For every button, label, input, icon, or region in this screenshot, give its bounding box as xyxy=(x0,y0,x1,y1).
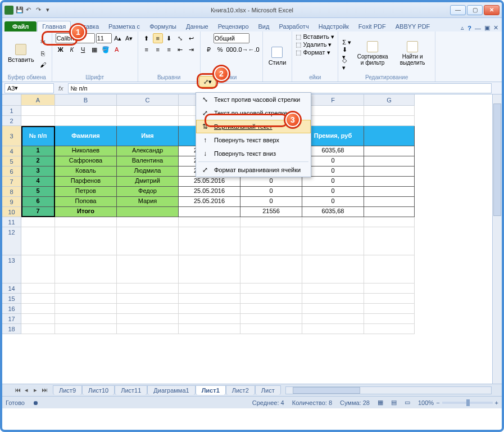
cell[interactable] xyxy=(364,146,415,156)
cell[interactable] xyxy=(179,284,240,294)
cell[interactable] xyxy=(240,324,302,334)
cell[interactable] xyxy=(179,217,240,227)
row-header-17[interactable]: 17 xyxy=(2,314,21,324)
orientation-up[interactable]: ↑Повернуть текст вверх xyxy=(196,133,311,147)
cell[interactable] xyxy=(21,255,55,284)
ribbon-min-icon[interactable]: ▵ xyxy=(461,24,464,32)
cell[interactable] xyxy=(240,314,302,324)
cell[interactable] xyxy=(21,304,55,314)
cell[interactable]: Имя xyxy=(117,126,179,146)
row-header-9[interactable]: 9 xyxy=(2,197,21,207)
row-header-6[interactable]: 6 xyxy=(2,166,21,177)
redo-icon[interactable]: ↷ xyxy=(36,6,44,14)
cell[interactable] xyxy=(21,106,55,116)
cell[interactable] xyxy=(55,284,117,294)
cell[interactable] xyxy=(240,304,302,314)
row-header-7[interactable]: 7 xyxy=(2,177,21,187)
sheet-tab[interactable]: Лист10 xyxy=(82,385,115,395)
cell[interactable]: Николаев xyxy=(55,146,117,156)
cell[interactable]: Премия, руб xyxy=(302,126,364,146)
underline-button[interactable]: Ч xyxy=(78,44,88,55)
copy-icon[interactable]: ⎘ xyxy=(38,48,48,58)
zoom-out-icon[interactable]: − xyxy=(436,399,439,406)
cell[interactable] xyxy=(179,255,240,284)
cell[interactable] xyxy=(302,294,364,304)
cell[interactable] xyxy=(55,294,117,304)
cell[interactable] xyxy=(21,116,55,126)
cell[interactable]: Валентина xyxy=(117,156,179,166)
tab-data[interactable]: Данные xyxy=(181,21,213,32)
cell[interactable]: 0 xyxy=(240,187,302,197)
cell[interactable] xyxy=(240,217,302,227)
cell[interactable]: 0 xyxy=(302,197,364,207)
view-layout-icon[interactable]: ▤ xyxy=(391,399,397,406)
col-header-A[interactable]: A xyxy=(21,94,55,106)
cell[interactable] xyxy=(240,227,302,255)
cell[interactable] xyxy=(364,187,415,197)
cell[interactable] xyxy=(302,314,364,324)
sheet-tab[interactable]: Лист9 xyxy=(53,385,82,395)
cell[interactable] xyxy=(55,304,117,314)
zoom-slider[interactable] xyxy=(442,402,493,404)
cell[interactable] xyxy=(364,255,415,284)
cell[interactable] xyxy=(55,106,117,116)
cell[interactable] xyxy=(21,294,55,304)
col-header-B[interactable]: B xyxy=(55,94,117,106)
cell[interactable]: Фамилия xyxy=(55,126,117,146)
align-center-icon[interactable]: ≡ xyxy=(153,44,163,55)
cell[interactable] xyxy=(21,314,55,324)
fx-icon[interactable]: fx xyxy=(54,85,68,92)
cell[interactable] xyxy=(364,207,415,217)
row-header-16[interactable]: 16 xyxy=(2,304,21,314)
horizontal-scrollbar[interactable] xyxy=(285,386,492,394)
increase-indent-icon[interactable]: ⇥ xyxy=(187,44,197,55)
format-button[interactable]: ⬚ Формат ▾ xyxy=(296,49,330,56)
cell[interactable] xyxy=(55,324,117,334)
help-icon[interactable]: ? xyxy=(467,25,471,32)
cell[interactable] xyxy=(21,284,55,294)
cell[interactable] xyxy=(302,227,364,255)
row-headers[interactable]: 123456789101112131415161718 xyxy=(2,106,21,334)
border-icon[interactable]: ▦ xyxy=(89,44,99,55)
sheet-tab[interactable]: Лист11 xyxy=(115,385,147,395)
cell[interactable] xyxy=(179,324,240,334)
cell[interactable] xyxy=(117,304,179,314)
close-button[interactable]: ✕ xyxy=(484,5,500,15)
align-middle-icon[interactable]: ≡ xyxy=(153,33,163,43)
cell[interactable]: 0 xyxy=(302,156,364,166)
font-color-icon[interactable]: A xyxy=(112,44,122,55)
cell[interactable]: 0 xyxy=(302,166,364,177)
scroll-thumb[interactable] xyxy=(493,104,501,216)
percent-icon[interactable]: % xyxy=(215,44,225,55)
maximize-button[interactable]: ▢ xyxy=(467,5,483,15)
cell[interactable] xyxy=(117,106,179,116)
cell[interactable]: 3 xyxy=(21,166,55,177)
italic-button[interactable]: К xyxy=(67,44,77,55)
cell[interactable] xyxy=(21,324,55,334)
tab-formulas[interactable]: Формулы xyxy=(145,21,181,32)
cell[interactable]: 0 xyxy=(302,187,364,197)
cell[interactable] xyxy=(55,116,117,126)
align-left-icon[interactable]: ≡ xyxy=(142,44,152,55)
cell[interactable] xyxy=(364,166,415,177)
wrap-text-icon[interactable]: ↩ xyxy=(187,33,197,43)
cell[interactable] xyxy=(55,314,117,324)
cut-icon[interactable]: ✂ xyxy=(38,37,48,47)
cell[interactable] xyxy=(117,217,179,227)
macro-record-icon[interactable]: ⏺ xyxy=(33,399,39,406)
comma-icon[interactable]: 000 xyxy=(226,44,237,55)
window-min-icon[interactable]: — xyxy=(475,25,481,32)
sheet-nav-first-icon[interactable]: ⏮ xyxy=(13,386,21,394)
cell[interactable] xyxy=(302,217,364,227)
cell[interactable] xyxy=(179,207,240,217)
row-header-13[interactable]: 13 xyxy=(2,255,21,284)
sheet-nav-last-icon[interactable]: ⏭ xyxy=(40,386,48,394)
cell[interactable] xyxy=(55,227,117,255)
sort-filter-button[interactable]: Сортировка и фильтр xyxy=(353,40,392,67)
cell[interactable] xyxy=(364,177,415,187)
cell[interactable]: 0 xyxy=(240,177,302,187)
orientation-dropdown-button[interactable]: ⤢▾ xyxy=(199,76,216,87)
orientation-format-cells[interactable]: ⤢Формат выравнивания ячейки xyxy=(196,163,311,177)
cell[interactable] xyxy=(21,227,55,255)
row-header-3[interactable]: 3 xyxy=(2,126,21,146)
